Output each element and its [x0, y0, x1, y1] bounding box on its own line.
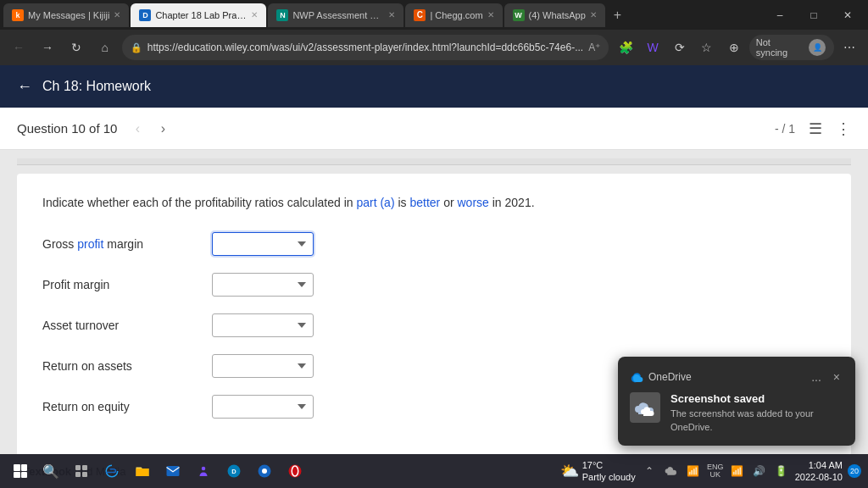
cloud-icon-wrap — [630, 392, 660, 423]
search-button[interactable]: 🔍 — [37, 458, 64, 485]
mail-button[interactable] — [159, 458, 186, 485]
reader-mode-icon[interactable]: A⁺ — [588, 42, 600, 53]
tab-kijiji[interactable]: k My Messages | Kijiji ✕ — [3, 3, 129, 27]
ratio-select-asset-turnover[interactable]: Better Worse — [212, 313, 314, 337]
taskview-button[interactable] — [68, 458, 95, 485]
toast-close-button[interactable]: × — [830, 369, 843, 385]
groove-icon — [257, 463, 272, 479]
svg-rect-2 — [82, 465, 87, 470]
opera-icon — [287, 463, 303, 479]
minimize-button[interactable]: – — [763, 0, 797, 30]
tray-volume[interactable]: 🔊 — [751, 463, 768, 480]
maximize-button[interactable]: □ — [797, 0, 831, 30]
list-view-icon[interactable]: ☰ — [809, 119, 822, 138]
back-button[interactable]: ← — [7, 36, 31, 59]
tray-keyboard[interactable]: ENGUK — [707, 463, 724, 480]
collections-icon[interactable]: ⊕ — [722, 36, 746, 59]
favorites-icon[interactable]: ☆ — [695, 36, 719, 59]
mail-icon — [165, 463, 181, 479]
edge-button[interactable] — [98, 458, 125, 485]
refresh-button[interactable]: ↻ — [64, 36, 88, 59]
refresh-page-icon[interactable]: ⟳ — [668, 36, 692, 59]
prev-question-button[interactable]: ‹ — [127, 119, 147, 139]
toast-text-content: Screenshot saved The screenshot was adde… — [670, 392, 843, 434]
tab-kijiji-close[interactable]: ✕ — [114, 10, 120, 19]
ratio-select-gross-profit-margin[interactable]: Better Worse — [212, 232, 314, 256]
tab-chegg-close[interactable]: ✕ — [487, 10, 494, 19]
new-tab-button[interactable]: + — [607, 8, 628, 23]
tab-chapter18-close[interactable]: ✕ — [251, 10, 258, 19]
edge-icon — [104, 463, 120, 479]
whatsapp-favicon: W — [513, 9, 525, 21]
content-top-border — [17, 158, 851, 165]
taskview-icon — [75, 464, 88, 478]
svg-text:D: D — [231, 468, 236, 475]
window-controls: – □ ✕ — [763, 0, 865, 30]
groove-button[interactable] — [251, 458, 278, 485]
system-clock[interactable]: 1:04 AM 2022-08-10 — [795, 459, 843, 484]
forward-button[interactable]: → — [36, 36, 59, 59]
sync-button[interactable]: Not syncing 👤 — [749, 35, 834, 60]
explorer-button[interactable] — [129, 458, 156, 485]
next-question-button[interactable]: › — [153, 119, 173, 139]
profile-avatar: 👤 — [809, 39, 826, 56]
ratio-select-profit-margin[interactable]: Better Worse — [212, 273, 314, 297]
opera-button[interactable] — [281, 458, 309, 485]
toast-body: Screenshot saved The screenshot was adde… — [630, 392, 843, 434]
address-bar[interactable]: 🔒 https://education.wiley.com/was/ui/v2/… — [122, 35, 609, 60]
notification-badge[interactable]: 20 — [848, 464, 861, 478]
tab-kijiji-label: My Messages | Kijiji — [28, 10, 109, 20]
page-header: ← Ch 18: Homework — [0, 65, 868, 108]
question-label: Question 10 of 10 — [17, 121, 117, 136]
tray-onedrive[interactable] — [663, 463, 680, 480]
svg-rect-4 — [82, 472, 87, 477]
home-button[interactable]: ⌂ — [93, 36, 117, 59]
back-arrow-button[interactable]: ← — [17, 78, 32, 96]
tab-nwp-close[interactable]: ✕ — [388, 10, 395, 19]
highlight-worse: worse — [458, 196, 489, 209]
svg-rect-1 — [75, 465, 81, 470]
tray-battery[interactable]: 🔋 — [773, 463, 790, 480]
weather-widget[interactable]: ⛅ 17°C Partly cloudy — [560, 459, 636, 484]
toolbar-actions: 🧩 W ⟳ ☆ ⊕ Not syncing 👤 ⋯ — [614, 35, 861, 60]
kijiji-favicon: k — [12, 9, 24, 21]
question-nav-right: - / 1 ☰ ⋮ — [775, 119, 851, 138]
tab-whatsapp[interactable]: W (4) WhatsApp ✕ — [504, 3, 605, 27]
more-options-icon[interactable]: ⋮ — [836, 119, 851, 138]
settings-icon[interactable]: ⋯ — [837, 36, 861, 59]
tab-nwp[interactable]: N NWP Assessment Player U... ✕ — [268, 3, 403, 27]
teams-button[interactable] — [190, 458, 217, 485]
teams-icon — [196, 463, 211, 479]
tab-chapter18[interactable]: D Chapter 18 Lab Practice ✕ — [131, 3, 266, 27]
browser-titlebar: k My Messages | Kijiji ✕ D Chapter 18 La… — [0, 0, 868, 30]
windows-logo — [14, 464, 27, 478]
close-button[interactable]: ✕ — [831, 0, 865, 30]
weather-text: 17°C Partly cloudy — [582, 459, 636, 484]
weather-desc: Partly cloudy — [582, 471, 636, 483]
start-button[interactable] — [7, 458, 34, 485]
tray-chevron[interactable]: ⌃ — [641, 463, 658, 480]
highlight-better: better — [409, 196, 440, 209]
page-info: - / 1 — [775, 122, 795, 136]
tab-whatsapp-close[interactable]: ✕ — [590, 10, 597, 19]
ratio-select-return-on-assets[interactable]: Better Worse — [212, 354, 314, 378]
extensions-icon[interactable]: 🧩 — [614, 36, 637, 59]
dell-button[interactable]: D — [220, 458, 248, 485]
toast-app-name: OneDrive — [648, 371, 803, 383]
explorer-icon — [135, 463, 150, 479]
toast-content: OneDrive ... × Screenshot saved The scre… — [630, 369, 843, 434]
browser-toolbar: ← → ↻ ⌂ 🔒 https://education.wiley.com/wa… — [0, 30, 868, 65]
tab-chegg[interactable]: C | Chegg.com ✕ — [405, 3, 502, 27]
wallet-icon[interactable]: W — [641, 36, 665, 59]
tab-nwp-label: NWP Assessment Player U... — [292, 10, 384, 20]
toast-description: The screenshot was added to your OneDriv… — [670, 408, 843, 434]
ratio-select-return-on-equity[interactable]: Better Worse — [212, 395, 314, 419]
highlight-part-a: part (a) — [356, 196, 394, 209]
toast-more-button[interactable]: ... — [808, 369, 825, 385]
tray-wifi[interactable]: 📶 — [729, 463, 746, 480]
search-icon: 🔍 — [42, 463, 59, 480]
tray-network[interactable]: 📶 — [685, 463, 702, 480]
page-title: Ch 18: Homework — [42, 79, 151, 94]
taskbar-right: ⛅ 17°C Partly cloudy ⌃ 📶 ENGUK 📶 🔊 🔋 1:0… — [557, 459, 861, 484]
svg-rect-3 — [75, 472, 81, 477]
